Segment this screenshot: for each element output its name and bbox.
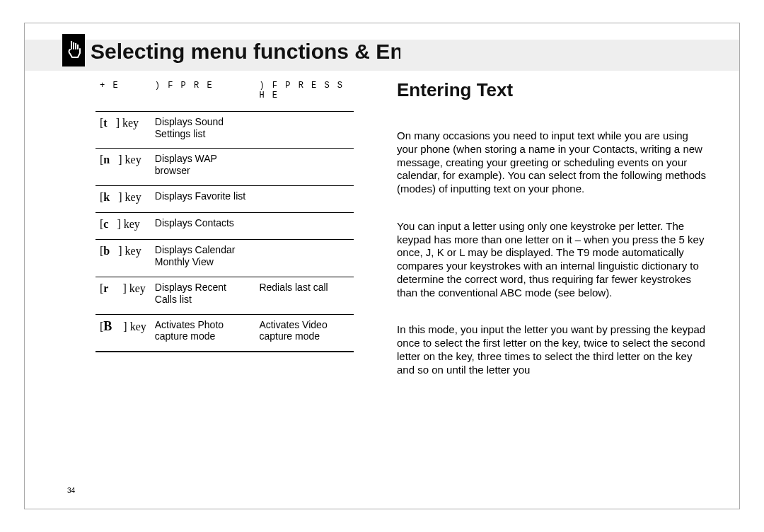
section-heading-entering-text: Entering Text — [397, 79, 707, 101]
hand-icon — [62, 34, 85, 66]
chapter-title: Selecting menu functions & Enteri — [91, 40, 400, 64]
svg-point-0 — [71, 41, 72, 42]
t9-paragraph: You can input a letter using only one ke… — [397, 220, 707, 300]
svg-point-2 — [75, 43, 76, 45]
table-row: [b ] key Displays Calendar Monthly View — [96, 240, 354, 277]
table-row: [B ] key Activates Photo capture mode Ac… — [96, 314, 354, 352]
col-header-presshold: ) F P R E S S H E — [255, 78, 354, 111]
key-functions-table: + E ) F P R E ) F P R E S S H E [t ] key… — [96, 78, 354, 352]
col-header-key: + E — [96, 78, 151, 111]
table-row: [r ] key Displays Recent Calls list Redi… — [96, 277, 354, 314]
page-number: 34 — [67, 487, 75, 495]
table-row: [t ] key Displays Sound Settings list — [96, 111, 354, 149]
svg-point-1 — [73, 42, 74, 44]
col-header-press: ) F P R E — [151, 78, 255, 111]
abc-paragraph: In this mode, you input the letter you w… — [397, 323, 707, 376]
table-row: [c ] key Displays Contacts — [96, 213, 354, 240]
intro-paragraph: On many occasions you need to input text… — [397, 129, 707, 196]
svg-point-3 — [77, 45, 79, 46]
table-row: [k ] key Displays Favorite list — [96, 185, 354, 212]
table-row: [n ] key Displays WAP browser — [96, 149, 354, 186]
